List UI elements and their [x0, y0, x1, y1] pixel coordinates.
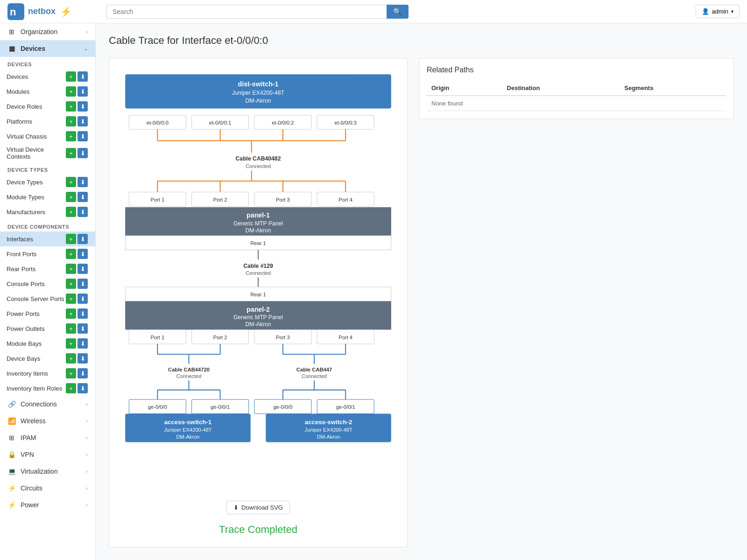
sidebar-item-console-ports[interactable]: Console Ports + ⬇	[0, 276, 95, 291]
sidebar-item-device-roles[interactable]: Device Roles + ⬇	[0, 99, 95, 114]
add-mb-button[interactable]: +	[66, 338, 76, 349]
import-iir-button[interactable]: ⬇	[78, 383, 88, 393]
sidebar-item-platforms[interactable]: Platforms + ⬇	[0, 114, 95, 129]
sidebar-item-virtualization[interactable]: 💻 Virtualization ›	[0, 463, 95, 480]
add-dt-button[interactable]: +	[66, 177, 76, 187]
add-mt-button[interactable]: +	[66, 192, 76, 202]
svg-text:DM-Akron: DM-Akron	[176, 434, 199, 440]
svg-text:Port 2: Port 2	[213, 335, 227, 340]
sidebar-item-module-bays[interactable]: Module Bays + ⬇	[0, 336, 95, 351]
sidebar-item-connections[interactable]: 🔗 Connections ›	[0, 396, 95, 413]
add-cp-button[interactable]: +	[66, 279, 76, 289]
search-input[interactable]	[106, 5, 387, 19]
sidebar-item-virtual-chassis[interactable]: Virtual Chassis + ⬇	[0, 129, 95, 144]
add-interface-button[interactable]: +	[66, 234, 76, 244]
add-vdc-button[interactable]: +	[66, 148, 76, 158]
add-csp-button[interactable]: +	[66, 294, 76, 304]
sidebar-item-module-types[interactable]: Module Types + ⬇	[0, 189, 95, 204]
import-csp-button[interactable]: ⬇	[78, 294, 88, 304]
svg-text:ge-0/0/0: ge-0/0/0	[148, 404, 167, 410]
svg-text:et-0/0/0:2: et-0/0/0:2	[272, 120, 294, 126]
import-pp-button[interactable]: ⬇	[78, 308, 88, 319]
sidebar-item-wireless[interactable]: 📶 Wireless ›	[0, 413, 95, 429]
import-device-role-button[interactable]: ⬇	[78, 101, 88, 112]
add-mfr-button[interactable]: +	[66, 207, 76, 217]
import-cp-button[interactable]: ⬇	[78, 279, 88, 289]
chevron-down-icon: ⌄	[84, 46, 88, 52]
import-device-button[interactable]: ⬇	[78, 71, 88, 82]
sidebar-item-modules[interactable]: Modules + ⬇	[0, 84, 95, 99]
search-button[interactable]: 🔍	[387, 5, 409, 19]
svg-text:DM-Akron: DM-Akron	[317, 434, 340, 440]
sidebar-item-organization[interactable]: ⊞ Organization ›	[0, 23, 95, 40]
add-virtual-chassis-button[interactable]: +	[66, 131, 76, 141]
sidebar-item-virtual-device-contexts[interactable]: Virtual Device Contexts + ⬇	[0, 144, 95, 162]
add-device-role-button[interactable]: +	[66, 101, 76, 112]
import-rp-button[interactable]: ⬇	[78, 264, 88, 274]
sidebar-item-manufacturers[interactable]: Manufacturers + ⬇	[0, 204, 95, 219]
sidebar-item-rear-ports[interactable]: Rear Ports + ⬇	[0, 261, 95, 276]
col-origin: Origin	[427, 81, 502, 96]
download-svg-button[interactable]: ⬇ Download SVG	[226, 501, 290, 514]
svg-text:Cable CAB40482: Cable CAB40482	[236, 155, 281, 162]
import-po-button[interactable]: ⬇	[78, 323, 88, 334]
content-row: dist-switch-1 Juniper EX4200-48T DM-Akro…	[109, 58, 734, 547]
category-device-components: DEVICE COMPONENTS	[0, 219, 95, 231]
import-mfr-button[interactable]: ⬇	[78, 207, 88, 217]
add-db-button[interactable]: +	[66, 353, 76, 364]
import-fp-button[interactable]: ⬇	[78, 249, 88, 259]
add-ii-button[interactable]: +	[66, 368, 76, 378]
sidebar-item-power-ports[interactable]: Power Ports + ⬇	[0, 306, 95, 321]
add-fp-button[interactable]: +	[66, 249, 76, 259]
svg-text:dist-switch-1: dist-switch-1	[238, 80, 279, 88]
import-interface-button[interactable]: ⬇	[78, 234, 88, 244]
add-iir-button[interactable]: +	[66, 383, 76, 393]
sidebar-item-inventory-item-roles[interactable]: Inventory Item Roles + ⬇	[0, 381, 95, 396]
mb-btn-group: + ⬇	[66, 338, 88, 349]
related-paths-section: Related Paths Origin Destination Segment…	[419, 58, 734, 547]
rp-btn-group: + ⬇	[66, 264, 88, 274]
sidebar-item-inventory-items[interactable]: Inventory Items + ⬇	[0, 366, 95, 381]
sidebar-item-ipam[interactable]: ⊞ IPAM ›	[0, 429, 95, 446]
svg-text:DM-Akron: DM-Akron	[246, 98, 271, 104]
add-po-button[interactable]: +	[66, 323, 76, 334]
table-header: Origin Destination Segments	[427, 81, 726, 96]
import-virtual-chassis-button[interactable]: ⬇	[78, 131, 88, 141]
sidebar-item-devices[interactable]: ▦ Devices ⌄	[0, 40, 95, 57]
circuits-chevron-icon: ›	[86, 485, 88, 491]
add-module-button[interactable]: +	[66, 86, 76, 97]
modules-btn-group: + ⬇	[66, 86, 88, 97]
import-mt-button[interactable]: ⬇	[78, 192, 88, 202]
import-platform-button[interactable]: ⬇	[78, 116, 88, 126]
sidebar-item-power[interactable]: ⚡ Power ›	[0, 497, 95, 513]
main-layout: ⊞ Organization › ▦ Devices ⌄ DEVICES Dev…	[0, 23, 747, 560]
add-device-button[interactable]: +	[66, 71, 76, 82]
sidebar-item-devices-list[interactable]: Devices + ⬇	[0, 69, 95, 84]
sidebar-item-circuits[interactable]: ⚡ Circuits ›	[0, 480, 95, 497]
po-btn-group: + ⬇	[66, 323, 88, 334]
sidebar-item-device-types[interactable]: Device Types + ⬇	[0, 175, 95, 189]
import-vdc-button[interactable]: ⬇	[78, 148, 88, 158]
table-body: None found	[427, 96, 726, 111]
sidebar-item-power-outlets[interactable]: Power Outlets + ⬇	[0, 321, 95, 336]
add-pp-button[interactable]: +	[66, 308, 76, 319]
sidebar-item-device-bays[interactable]: Device Bays + ⬇	[0, 351, 95, 366]
power-chevron-icon: ›	[86, 502, 88, 508]
page-title: Cable Trace for Interface et-0/0/0:0	[109, 35, 734, 47]
import-mb-button[interactable]: ⬇	[78, 338, 88, 349]
sidebar-item-vpn[interactable]: 🔒 VPN ›	[0, 446, 95, 463]
table-header-row: Origin Destination Segments	[427, 81, 726, 96]
add-rp-button[interactable]: +	[66, 264, 76, 274]
sidebar-item-console-server-ports[interactable]: Console Server Ports + ⬇	[0, 291, 95, 306]
user-menu-button[interactable]: 👤 admin	[696, 5, 740, 18]
sidebar-item-front-ports[interactable]: Front Ports + ⬇	[0, 246, 95, 261]
sidebar-item-interfaces[interactable]: Interfaces + ⬇	[0, 231, 95, 246]
import-dt-button[interactable]: ⬇	[78, 177, 88, 187]
import-module-button[interactable]: ⬇	[78, 86, 88, 97]
add-platform-button[interactable]: +	[66, 116, 76, 126]
import-db-button[interactable]: ⬇	[78, 353, 88, 364]
import-ii-button[interactable]: ⬇	[78, 368, 88, 378]
ipam-icon: ⊞	[7, 434, 16, 441]
sidebar-label-devices: Devices	[21, 45, 45, 52]
download-label: Download SVG	[241, 504, 283, 511]
